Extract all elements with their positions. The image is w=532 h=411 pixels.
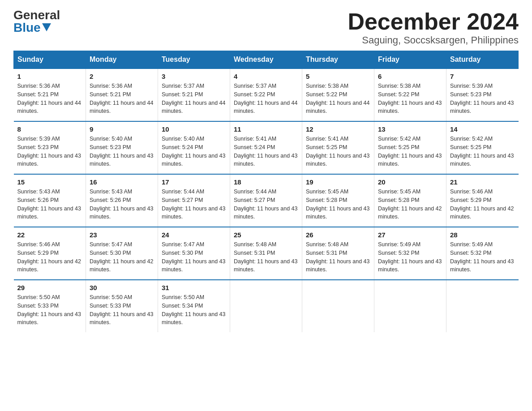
table-row bbox=[374, 280, 446, 332]
day-number: 11 bbox=[234, 125, 298, 133]
day-number: 30 bbox=[90, 284, 154, 291]
table-row: 11 Sunrise: 5:41 AM Sunset: 5:24 PM Dayl… bbox=[230, 121, 302, 174]
day-detail: Sunrise: 5:50 AM Sunset: 5:33 PM Dayligh… bbox=[90, 293, 154, 327]
calendar-week-row: 1 Sunrise: 5:36 AM Sunset: 5:21 PM Dayli… bbox=[14, 68, 519, 121]
table-row: 6 Sunrise: 5:38 AM Sunset: 5:22 PM Dayli… bbox=[374, 68, 446, 121]
calendar-table: Sunday Monday Tuesday Wednesday Thursday… bbox=[13, 51, 519, 332]
title-block: December 2024 Saguing, Soccsksargen, Phi… bbox=[348, 9, 519, 46]
table-row: 3 Sunrise: 5:37 AM Sunset: 5:21 PM Dayli… bbox=[158, 68, 230, 121]
day-detail: Sunrise: 5:41 AM Sunset: 5:25 PM Dayligh… bbox=[306, 135, 370, 168]
day-number: 7 bbox=[450, 73, 515, 80]
table-row: 23 Sunrise: 5:47 AM Sunset: 5:30 PM Dayl… bbox=[86, 227, 158, 280]
table-row: 9 Sunrise: 5:40 AM Sunset: 5:23 PM Dayli… bbox=[86, 121, 158, 174]
day-detail: Sunrise: 5:44 AM Sunset: 5:27 PM Dayligh… bbox=[234, 188, 298, 221]
day-detail: Sunrise: 5:42 AM Sunset: 5:25 PM Dayligh… bbox=[450, 135, 515, 168]
day-detail: Sunrise: 5:48 AM Sunset: 5:31 PM Dayligh… bbox=[306, 240, 370, 274]
table-row: 18 Sunrise: 5:44 AM Sunset: 5:27 PM Dayl… bbox=[230, 174, 302, 227]
day-detail: Sunrise: 5:40 AM Sunset: 5:23 PM Dayligh… bbox=[90, 135, 154, 168]
day-number: 12 bbox=[306, 125, 370, 133]
day-number: 10 bbox=[162, 125, 226, 133]
day-number: 4 bbox=[234, 73, 298, 80]
day-number: 9 bbox=[90, 125, 154, 133]
header-tuesday: Tuesday bbox=[158, 51, 230, 69]
day-number: 26 bbox=[306, 231, 370, 239]
table-row: 12 Sunrise: 5:41 AM Sunset: 5:25 PM Dayl… bbox=[302, 121, 374, 174]
calendar-subtitle: Saguing, Soccsksargen, Philippines bbox=[348, 34, 519, 46]
table-row bbox=[446, 280, 519, 332]
table-row: 15 Sunrise: 5:43 AM Sunset: 5:26 PM Dayl… bbox=[14, 174, 86, 227]
day-detail: Sunrise: 5:50 AM Sunset: 5:33 PM Dayligh… bbox=[17, 293, 82, 327]
calendar-week-row: 15 Sunrise: 5:43 AM Sunset: 5:26 PM Dayl… bbox=[14, 174, 519, 227]
day-detail: Sunrise: 5:38 AM Sunset: 5:22 PM Dayligh… bbox=[378, 82, 442, 116]
day-detail: Sunrise: 5:47 AM Sunset: 5:30 PM Dayligh… bbox=[162, 240, 226, 274]
day-number: 3 bbox=[162, 73, 226, 80]
day-number: 15 bbox=[17, 178, 82, 186]
calendar-week-row: 29 Sunrise: 5:50 AM Sunset: 5:33 PM Dayl… bbox=[14, 280, 519, 332]
day-number: 31 bbox=[162, 284, 226, 291]
day-number: 5 bbox=[306, 73, 370, 80]
page-header: General Blue December 2024 Saguing, Socc… bbox=[13, 9, 519, 46]
header-wednesday: Wednesday bbox=[230, 51, 302, 69]
day-number: 23 bbox=[90, 231, 154, 239]
day-detail: Sunrise: 5:47 AM Sunset: 5:30 PM Dayligh… bbox=[90, 240, 154, 274]
table-row: 22 Sunrise: 5:46 AM Sunset: 5:29 PM Dayl… bbox=[14, 227, 86, 280]
day-number: 1 bbox=[17, 73, 82, 80]
day-number: 25 bbox=[234, 231, 298, 239]
table-row: 19 Sunrise: 5:45 AM Sunset: 5:28 PM Dayl… bbox=[302, 174, 374, 227]
day-detail: Sunrise: 5:39 AM Sunset: 5:23 PM Dayligh… bbox=[17, 135, 82, 168]
day-detail: Sunrise: 5:49 AM Sunset: 5:32 PM Dayligh… bbox=[450, 240, 515, 274]
table-row bbox=[230, 280, 302, 332]
day-number: 13 bbox=[378, 125, 442, 133]
day-detail: Sunrise: 5:43 AM Sunset: 5:26 PM Dayligh… bbox=[17, 188, 82, 221]
header-friday: Friday bbox=[374, 51, 446, 69]
logo-general-text: General bbox=[13, 9, 60, 21]
table-row: 17 Sunrise: 5:44 AM Sunset: 5:27 PM Dayl… bbox=[158, 174, 230, 227]
day-detail: Sunrise: 5:40 AM Sunset: 5:24 PM Dayligh… bbox=[162, 135, 226, 168]
table-row: 25 Sunrise: 5:48 AM Sunset: 5:31 PM Dayl… bbox=[230, 227, 302, 280]
day-detail: Sunrise: 5:42 AM Sunset: 5:25 PM Dayligh… bbox=[378, 135, 442, 168]
day-number: 14 bbox=[450, 125, 515, 133]
day-detail: Sunrise: 5:36 AM Sunset: 5:21 PM Dayligh… bbox=[17, 82, 82, 116]
day-number: 6 bbox=[378, 73, 442, 80]
day-number: 27 bbox=[378, 231, 442, 239]
day-detail: Sunrise: 5:43 AM Sunset: 5:26 PM Dayligh… bbox=[90, 188, 154, 221]
day-number: 28 bbox=[450, 231, 515, 239]
day-number: 22 bbox=[17, 231, 82, 239]
table-row: 16 Sunrise: 5:43 AM Sunset: 5:26 PM Dayl… bbox=[86, 174, 158, 227]
table-row bbox=[302, 280, 374, 332]
table-row: 26 Sunrise: 5:48 AM Sunset: 5:31 PM Dayl… bbox=[302, 227, 374, 280]
day-detail: Sunrise: 5:37 AM Sunset: 5:22 PM Dayligh… bbox=[234, 82, 298, 116]
day-detail: Sunrise: 5:39 AM Sunset: 5:23 PM Dayligh… bbox=[450, 82, 515, 116]
day-number: 21 bbox=[450, 178, 515, 186]
header-monday: Monday bbox=[86, 51, 158, 69]
table-row: 5 Sunrise: 5:38 AM Sunset: 5:22 PM Dayli… bbox=[302, 68, 374, 121]
day-number: 20 bbox=[378, 178, 442, 186]
day-number: 18 bbox=[234, 178, 298, 186]
logo: General Blue bbox=[13, 9, 60, 34]
table-row: 13 Sunrise: 5:42 AM Sunset: 5:25 PM Dayl… bbox=[374, 121, 446, 174]
day-detail: Sunrise: 5:36 AM Sunset: 5:21 PM Dayligh… bbox=[90, 82, 154, 116]
day-detail: Sunrise: 5:45 AM Sunset: 5:28 PM Dayligh… bbox=[306, 188, 370, 221]
day-detail: Sunrise: 5:49 AM Sunset: 5:32 PM Dayligh… bbox=[378, 240, 442, 274]
logo-arrow-icon bbox=[42, 23, 51, 31]
table-row: 21 Sunrise: 5:46 AM Sunset: 5:29 PM Dayl… bbox=[446, 174, 519, 227]
calendar-week-row: 22 Sunrise: 5:46 AM Sunset: 5:29 PM Dayl… bbox=[14, 227, 519, 280]
calendar-title: December 2024 bbox=[348, 9, 519, 34]
day-detail: Sunrise: 5:48 AM Sunset: 5:31 PM Dayligh… bbox=[234, 240, 298, 274]
day-number: 16 bbox=[90, 178, 154, 186]
table-row: 8 Sunrise: 5:39 AM Sunset: 5:23 PM Dayli… bbox=[14, 121, 86, 174]
table-row: 10 Sunrise: 5:40 AM Sunset: 5:24 PM Dayl… bbox=[158, 121, 230, 174]
calendar-header-row: Sunday Monday Tuesday Wednesday Thursday… bbox=[14, 51, 519, 69]
table-row: 30 Sunrise: 5:50 AM Sunset: 5:33 PM Dayl… bbox=[86, 280, 158, 332]
table-row: 2 Sunrise: 5:36 AM Sunset: 5:21 PM Dayli… bbox=[86, 68, 158, 121]
table-row: 7 Sunrise: 5:39 AM Sunset: 5:23 PM Dayli… bbox=[446, 68, 519, 121]
table-row: 28 Sunrise: 5:49 AM Sunset: 5:32 PM Dayl… bbox=[446, 227, 519, 280]
table-row: 14 Sunrise: 5:42 AM Sunset: 5:25 PM Dayl… bbox=[446, 121, 519, 174]
day-number: 2 bbox=[90, 73, 154, 80]
logo-blue-text: Blue bbox=[13, 21, 51, 34]
day-number: 29 bbox=[17, 284, 82, 291]
day-detail: Sunrise: 5:37 AM Sunset: 5:21 PM Dayligh… bbox=[162, 82, 226, 116]
day-detail: Sunrise: 5:46 AM Sunset: 5:29 PM Dayligh… bbox=[450, 188, 515, 221]
day-detail: Sunrise: 5:38 AM Sunset: 5:22 PM Dayligh… bbox=[306, 82, 370, 116]
day-detail: Sunrise: 5:46 AM Sunset: 5:29 PM Dayligh… bbox=[17, 240, 82, 274]
